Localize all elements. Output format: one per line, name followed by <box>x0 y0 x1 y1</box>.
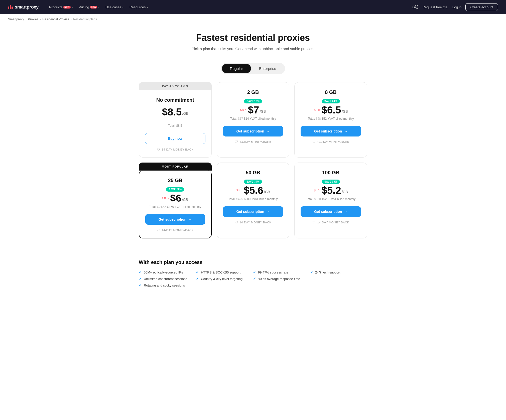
save-badge-25gb: SAVE 29% <box>166 187 184 192</box>
plan-card-50gb: 50 GB SAVE 34% $8.5 $5.6 /GB Total: $425… <box>217 163 290 238</box>
feature-item-1: ✓ 55M+ ethically-sourced IPs <box>139 270 196 274</box>
price-main-25gb: $6 /GB <box>170 193 188 203</box>
shield-icon-2gb: 🛡 <box>235 140 238 144</box>
price-crossed-50gb: $425 <box>236 197 243 201</box>
price-main-2gb: $7 /GB <box>248 105 266 115</box>
breadcrumb-proxies[interactable]: Proxies <box>28 18 39 21</box>
tab-enterprise[interactable]: Enterprise <box>251 64 284 73</box>
price-total-100gb: Total: $850 $520 +VAT billed monthly <box>301 197 361 201</box>
price-main-100gb: $5.2 /GB <box>322 185 348 195</box>
request-trial-button[interactable]: Request free trial <box>423 5 448 9</box>
shield-icon-50gb: 🛡 <box>235 220 238 224</box>
create-account-button[interactable]: Create account <box>465 3 498 11</box>
nav-resources[interactable]: Resources ▾ <box>127 4 151 11</box>
save-badge-2gb: SAVE 18% <box>244 99 262 103</box>
feature-item-7: ✓ <0.6s average response time <box>253 277 310 281</box>
price-unit-2gb: /GB <box>260 109 266 113</box>
price-total-25gb: Total: $212.5 $150 +VAT billed monthly <box>145 205 205 209</box>
plan-tabs: Regular Enterprise <box>0 63 506 74</box>
price-unit-25gb: /GB <box>182 198 188 202</box>
pricing-badge: NEW <box>90 6 97 9</box>
price-main-8gb: $6.5 /GB <box>322 105 348 115</box>
hero-section: Fastest residential proxies Pick a plan … <box>0 25 506 57</box>
price-dollar-50gb: $5.6 <box>244 185 263 195</box>
plan-50gb-title: 50 GB <box>223 170 283 176</box>
subscribe-8gb-button[interactable]: Get subscription → <box>301 126 361 136</box>
money-back-8gb: 🛡 14-DAY MONEY-BACK <box>301 140 361 144</box>
logo[interactable]: smartproxy <box>8 5 39 10</box>
old-price-2gb: $8.5 <box>240 108 246 112</box>
breadcrumb-residential-proxies[interactable]: Residential Proxies <box>42 18 69 21</box>
price-area-payg: $8.5 /GB <box>145 107 205 122</box>
shield-icon-25gb: 🛡 <box>157 228 160 232</box>
nav-products[interactable]: Products NEW ▾ <box>47 4 75 11</box>
pricing-row-1: PAY AS YOU GO No commitment $8.5 /GB Tot… <box>139 82 367 158</box>
nav-pricing[interactable]: Pricing NEW ▾ <box>76 4 102 11</box>
check-icon-3: ✓ <box>253 270 256 274</box>
feature-item-4: ✓ 24/7 tech support <box>310 270 367 274</box>
feature-item-3: ✓ 99.47% success rate <box>253 270 310 274</box>
old-price-25gb: $8.5 <box>162 196 169 200</box>
money-back-100gb: 🛡 14-DAY MONEY-BACK <box>301 220 361 224</box>
tab-regular[interactable]: Regular <box>222 64 251 73</box>
price-dollar-100gb: $5.2 <box>322 185 341 195</box>
shield-icon-8gb: 🛡 <box>312 140 316 144</box>
login-button[interactable]: Log in <box>452 5 462 9</box>
logo-text: smartproxy <box>15 5 39 10</box>
check-icon-7: ✓ <box>253 277 256 281</box>
money-back-payg: 🛡 14-DAY MONEY-BACK <box>145 148 205 151</box>
price-total-8gb: Total: $68 $52 +VAT billed monthly <box>301 117 361 121</box>
translate-icon[interactable]: ⟨A⟩ <box>412 4 419 10</box>
plan-card-2gb: 2 GB SAVE 18% $8.5 $7 /GB Total: $17 $14… <box>217 82 290 158</box>
plan-no-commitment-title: No commitment <box>145 97 205 103</box>
old-price-100gb: $8.5 <box>314 188 320 192</box>
hero-subtitle: Pick a plan that suits you. Get ahead wi… <box>4 47 502 51</box>
products-chevron: ▾ <box>72 6 73 9</box>
plan-card-100gb: 100 GB SAVE 39% $8.5 $5.2 /GB Total: $85… <box>294 163 367 238</box>
check-icon-8: ✓ <box>139 283 142 287</box>
page-title: Fastest residential proxies <box>4 33 502 43</box>
feature-item-2: ✓ HTTPS & SOCKS5 support <box>196 270 253 274</box>
price-main-50gb: $5.6 /GB <box>244 185 270 195</box>
breadcrumb-current: Residential plans <box>73 18 97 21</box>
price-crossed-2gb: $17 <box>238 117 243 120</box>
plan-card-payg: PAY AS YOU GO No commitment $8.5 /GB Tot… <box>139 82 212 158</box>
buy-now-button[interactable]: Buy now <box>145 133 205 144</box>
money-back-2gb: 🛡 14-DAY MONEY-BACK <box>223 140 283 144</box>
price-unit-100gb: /GB <box>342 190 348 194</box>
money-back-25gb: 🛡 14-DAY MONEY-BACK <box>145 228 205 232</box>
subscribe-50gb-button[interactable]: Get subscription → <box>223 206 283 217</box>
pricing-chevron: ▾ <box>98 6 99 9</box>
price-unit-payg: /GB <box>182 111 188 115</box>
old-price-8gb: $8.5 <box>314 108 320 112</box>
price-total-50gb: Total: $425 $280 +VAT billed monthly <box>223 197 283 201</box>
feature-item-6: ✓ Country & city-level targeting <box>196 277 253 281</box>
subscribe-2gb-button[interactable]: Get subscription → <box>223 126 283 136</box>
subscribe-25gb-button[interactable]: Get subscription → <box>145 214 205 225</box>
shield-icon-payg: 🛡 <box>157 148 160 151</box>
pricing-row-2: MOST POPULAR 25 GB SAVE 29% $8.5 $6 /GB … <box>139 163 367 238</box>
products-badge: NEW <box>63 6 70 9</box>
plan-8gb-title: 8 GB <box>301 89 361 95</box>
breadcrumb-smartproxy[interactable]: Smartproxy <box>8 18 24 21</box>
old-price-50gb: $8.5 <box>236 188 242 192</box>
check-icon-5: ✓ <box>139 277 142 281</box>
navigation: smartproxy Products NEW ▾ Pricing NEW ▾ … <box>0 0 506 14</box>
price-area-50gb: SAVE 34% $8.5 $5.6 /GB <box>223 180 283 195</box>
feature-item-8: ✓ Rotating and sticky sessions <box>139 283 196 287</box>
price-dollar-payg: $8.5 <box>162 107 182 117</box>
feature-item-5: ✓ Unlimited concurrent sessions <box>139 277 196 281</box>
use-cases-chevron: ▾ <box>122 6 123 9</box>
price-main-payg: $8.5 /GB <box>162 107 188 117</box>
check-icon-1: ✓ <box>139 270 142 274</box>
price-area-8gb: SAVE 24% $8.5 $6.5 /GB <box>301 99 361 115</box>
nav-actions: ⟨A⟩ Request free trial Log in Create acc… <box>412 3 498 11</box>
save-badge-100gb: SAVE 39% <box>322 180 340 184</box>
nav-use-cases[interactable]: Use cases ▾ <box>103 4 126 11</box>
price-unit-8gb: /GB <box>342 109 348 113</box>
plan-card-25gb: 25 GB SAVE 29% $8.5 $6 /GB Total: $212.5… <box>139 171 212 238</box>
payg-label: PAY AS YOU GO <box>139 82 212 90</box>
price-crossed-8gb: $68 <box>316 117 321 120</box>
subscribe-100gb-button[interactable]: Get subscription → <box>301 206 361 217</box>
payg-card-body: No commitment $8.5 /GB Total: $8.5 Buy n… <box>139 90 212 158</box>
